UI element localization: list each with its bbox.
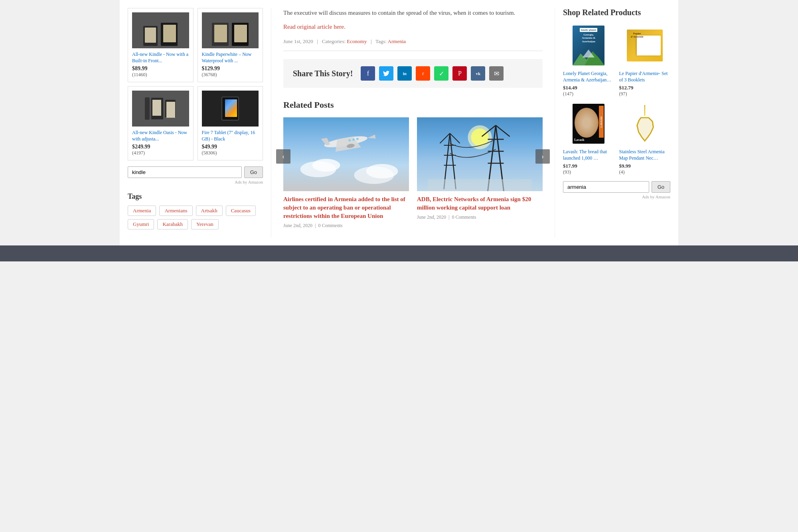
tags-section: Tags Armenia Armenians Artsakh Caucasus … — [128, 192, 263, 229]
svg-point-3 — [366, 164, 398, 178]
right-amazon-search-row: Go — [563, 181, 670, 193]
shop-title: Shop Related Products — [563, 8, 670, 17]
shop-card-reviews-lavash: (93) — [563, 169, 614, 175]
share-pinterest-icon[interactable]: P — [452, 66, 467, 81]
shop-grid: lonely planet Georgia,Armenia &Azerbaija… — [563, 24, 670, 175]
shop-card-lavash[interactable]: LAVASH Lavash Lavash: The bread that lau… — [563, 102, 614, 175]
article-meta: June 1st, 2020 | Categories: Economy | T… — [283, 38, 543, 51]
tag-gyumri[interactable]: Gyumri — [128, 219, 154, 229]
left-ads-by-amazon: Ads by Amazon — [128, 180, 263, 184]
product-card-kindle-new[interactable]: All-new Kindle - Now with a Built-in Fro… — [128, 8, 194, 82]
shop-card-price-lavash: $17.99 — [563, 163, 614, 169]
article-date: June 1st, 2020 — [283, 38, 313, 44]
tags-label: Tags: — [375, 38, 387, 44]
shop-card-lonely-planet[interactable]: lonely planet Georgia,Armenia &Azerbaija… — [563, 24, 614, 97]
tags-list: Armenia Armenians Artsakh Caucasus Gyumr… — [128, 206, 263, 229]
share-twitter-icon[interactable] — [379, 66, 393, 81]
related-post-adb-comments[interactable]: 0 Comments — [452, 214, 476, 220]
shop-card-title-lp[interactable]: Lonely Planet Georgia, Armenia & Azerbai… — [563, 71, 614, 83]
related-post-airlines-meta: June 2nd, 2020 | 0 Comments — [283, 223, 409, 229]
shop-card-price-papier: $12.79 — [619, 85, 671, 91]
related-post-airlines-comments[interactable]: 0 Comments — [318, 223, 342, 228]
lavash-title-bar: LAVASH — [599, 106, 604, 138]
related-post-adb-meta: June 2nd, 2020 | 0 Comments — [417, 214, 543, 220]
product-reviews-fire-tablet: (58306) — [202, 150, 259, 156]
share-reddit-icon[interactable]: r — [416, 66, 430, 81]
product-card-kindle-paperwhite[interactable]: Kindle Paperwhite – Now Waterproof with … — [198, 8, 263, 82]
related-posts-grid: ‹ — [283, 117, 543, 229]
svg-marker-5 — [367, 134, 375, 140]
product-image-kindle-paperwhite — [202, 12, 259, 48]
related-post-airlines-title[interactable]: Airlines certified in Armenia added to t… — [283, 195, 409, 220]
pendant-visual — [632, 105, 658, 143]
product-image-kindle-new — [132, 12, 189, 48]
shop-card-image-papier: Papier d'Armenie — [619, 24, 671, 67]
left-amazon-search-row: Go — [128, 166, 263, 178]
product-title-fire-tablet[interactable]: Fire 7 Tablet (7" display, 16 GB) - Blac… — [202, 130, 259, 142]
svg-line-20 — [450, 133, 460, 143]
share-vk-icon[interactable]: vk — [471, 66, 485, 81]
related-post-adb-image — [417, 117, 543, 191]
lp-book-title-text: Georgia,Armenia &Azerbaijan — [582, 33, 595, 43]
related-post-adb: ADB, Electric Networks of Armenia sign $… — [417, 117, 543, 229]
shop-card-title-papier[interactable]: Le Papier d'Armenie- Set of 3 Booklets — [619, 71, 671, 83]
footer-bar — [0, 245, 798, 261]
tags-title: Tags — [128, 192, 263, 201]
shop-card-title-lavash[interactable]: Lavash: The bread that launched 1,000 … — [563, 149, 614, 161]
product-card-kindle-oasis[interactable]: All-new Kindle Oasis - Now with adjusta.… — [128, 86, 194, 160]
product-price-kindle-new: $89.99 — [132, 65, 189, 72]
related-posts-prev-arrow[interactable]: ‹ — [276, 149, 290, 164]
related-posts-next-arrow[interactable]: › — [535, 149, 550, 164]
shop-card-pendant[interactable]: Stainless Steel Armenia Map Pendant Nec…… — [619, 102, 671, 175]
categories-label: Categories: — [322, 38, 346, 44]
share-linkedin-icon[interactable]: in — [397, 66, 412, 81]
product-price-fire-tablet: $49.99 — [202, 144, 259, 150]
tag-link[interactable]: Armenia — [388, 38, 406, 44]
shop-card-papier[interactable]: Papier d'Armenie Le Papier d'Armenie- Se… — [619, 24, 671, 97]
tag-karabakh[interactable]: Karabakh — [157, 219, 188, 229]
product-image-kindle-oasis — [132, 91, 189, 127]
shop-card-image-lavash: LAVASH Lavash — [563, 102, 614, 146]
right-amazon-go-button[interactable]: Go — [652, 181, 670, 193]
left-amazon-search-input[interactable] — [128, 166, 242, 178]
shop-card-reviews-papier: (97) — [619, 91, 671, 97]
tag-yerevan[interactable]: Yerevan — [191, 219, 219, 229]
lavash-visual: LAVASH Lavash — [573, 104, 604, 144]
product-title-kindle-paperwhite[interactable]: Kindle Paperwhite – Now Waterproof with … — [202, 51, 259, 64]
right-ads-by-amazon: Ads by Amazon — [563, 194, 670, 199]
lp-book-visual: lonely planet Georgia,Armenia &Azerbaija… — [573, 26, 604, 65]
product-title-kindle-new[interactable]: All-new Kindle - Now with a Built-in Fro… — [132, 51, 189, 64]
related-post-adb-date: June 2nd, 2020 — [417, 214, 446, 220]
product-reviews-kindle-oasis: (4197) — [132, 150, 189, 156]
share-facebook-icon[interactable]: f — [361, 66, 375, 81]
read-original-link[interactable]: Read original article here. — [283, 24, 543, 30]
lonely-planet-logo: lonely planet — [580, 28, 597, 32]
amazon-product-grid: All-new Kindle - Now with a Built-in Fro… — [128, 8, 263, 160]
product-price-kindle-oasis: $249.99 — [132, 144, 189, 150]
tag-armenians[interactable]: Armenians — [159, 206, 192, 216]
main-content: The executive will discuss measures to c… — [271, 8, 555, 237]
share-title: Share This Story! — [293, 69, 353, 78]
product-title-kindle-oasis[interactable]: All-new Kindle Oasis - Now with adjusta.… — [132, 130, 189, 142]
right-amazon-search-input[interactable] — [563, 181, 649, 193]
product-reviews-kindle-new: (11460) — [132, 72, 189, 78]
related-post-adb-title[interactable]: ADB, Electric Networks of Armenia sign $… — [417, 195, 543, 212]
tag-caucasus[interactable]: Caucasus — [226, 206, 256, 216]
left-sidebar: All-new Kindle - Now with a Built-in Fro… — [120, 8, 271, 237]
right-sidebar: Shop Related Products lonely planet Geor… — [555, 8, 678, 237]
share-email-icon[interactable]: ✉ — [489, 66, 504, 81]
category-link[interactable]: Economy — [347, 38, 367, 44]
tag-artsakh[interactable]: Artsakh — [196, 206, 223, 216]
papier-visual: Papier d'Armenie — [627, 30, 663, 61]
related-post-airlines-image — [283, 117, 409, 191]
shop-card-title-pendant[interactable]: Stainless Steel Armenia Map Pendant Nec… — [619, 149, 671, 161]
svg-line-19 — [440, 133, 450, 143]
svg-rect-28 — [428, 179, 532, 191]
share-whatsapp-icon[interactable]: ✓ — [434, 66, 448, 81]
tag-armenia[interactable]: Armenia — [128, 206, 156, 216]
product-card-fire-tablet[interactable]: Fire 7 Tablet (7" display, 16 GB) - Blac… — [198, 86, 263, 160]
left-amazon-go-button[interactable]: Go — [244, 166, 263, 178]
article-intro-text: The executive will discuss measures to c… — [283, 8, 543, 18]
share-icons: f in r ✓ P vk ✉ — [361, 66, 504, 81]
related-post-airlines-date: June 2nd, 2020 — [283, 223, 312, 228]
